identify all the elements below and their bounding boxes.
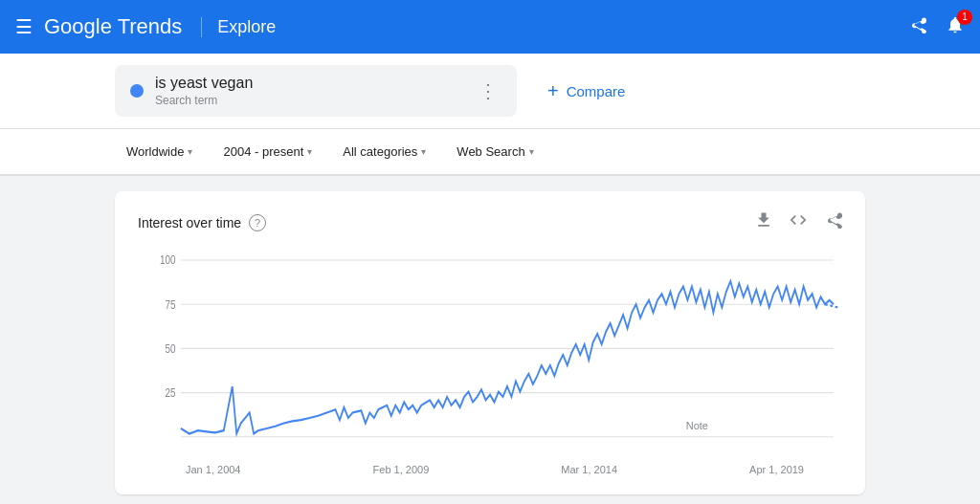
term-more-icon[interactable]: ⋮ (475, 76, 501, 106)
menu-icon[interactable]: ☰ (15, 15, 33, 38)
x-axis-labels: Jan 1, 2004 Feb 1, 2009 Mar 1, 2014 Apr … (138, 460, 842, 475)
x-label-2014: Mar 1, 2014 (561, 464, 617, 475)
chart-title: Interest over time (138, 215, 241, 230)
location-filter[interactable]: Worldwide ▾ (115, 137, 204, 166)
logo-text: Google Trends (44, 14, 182, 39)
time-filter-chevron: ▾ (307, 146, 312, 157)
term-name: is yeast vegan (155, 75, 463, 92)
category-filter-label: All categories (343, 144, 417, 159)
compare-label: Compare (567, 83, 626, 99)
svg-text:25: 25 (166, 386, 176, 399)
main-content: Interest over time ? (0, 176, 980, 504)
location-filter-label: Worldwide (126, 144, 184, 159)
chart-title-row: Interest over time ? (138, 214, 266, 231)
notifications-icon[interactable]: 1 (946, 15, 965, 39)
search-section: is yeast vegan Search term ⋮ + Compare (0, 54, 980, 129)
app-logo: Google Trends (44, 14, 182, 39)
svg-text:75: 75 (166, 298, 176, 311)
compare-box[interactable]: + Compare (517, 65, 656, 117)
svg-text:100: 100 (160, 253, 175, 266)
chart-actions (754, 210, 842, 234)
term-type: Search term (155, 94, 463, 107)
term-details: is yeast vegan Search term (155, 75, 463, 107)
search-type-filter[interactable]: Web Search ▾ (445, 137, 545, 166)
search-type-filter-chevron: ▾ (529, 146, 534, 157)
chart-header: Interest over time ? (138, 210, 842, 234)
compare-plus-icon: + (547, 80, 559, 102)
share-chart-icon[interactable] (823, 210, 842, 234)
app-header: ☰ Google Trends Explore 1 (0, 0, 980, 54)
help-icon[interactable]: ? (249, 214, 266, 231)
time-filter-label: 2004 - present (223, 144, 303, 159)
header-actions: 1 (907, 15, 965, 39)
category-filter-chevron: ▾ (421, 146, 426, 157)
share-icon[interactable] (907, 15, 926, 39)
search-term-box: is yeast vegan Search term ⋮ (115, 65, 517, 117)
chart-area: 100 75 50 25 Note (138, 250, 842, 460)
interest-over-time-card: Interest over time ? (115, 191, 865, 494)
time-filter[interactable]: 2004 - present ▾ (212, 137, 323, 166)
explore-label: Explore (201, 17, 276, 37)
category-filter[interactable]: All categories ▾ (331, 137, 437, 166)
x-label-2009: Feb 1, 2009 (373, 464, 430, 475)
x-label-2019: Apr 1, 2019 (749, 464, 804, 475)
notification-badge: 1 (957, 10, 972, 25)
x-label-2004: Jan 1, 2004 (186, 464, 241, 475)
trend-chart: 100 75 50 25 (138, 250, 842, 460)
note-label: Note (686, 420, 708, 431)
term-indicator-dot (130, 84, 144, 98)
embed-icon[interactable] (789, 210, 808, 234)
filters-bar: Worldwide ▾ 2004 - present ▾ All categor… (0, 129, 980, 176)
download-icon[interactable] (754, 210, 773, 234)
location-filter-chevron: ▾ (188, 146, 192, 157)
svg-text:50: 50 (166, 342, 176, 355)
search-type-filter-label: Web Search (457, 144, 524, 159)
